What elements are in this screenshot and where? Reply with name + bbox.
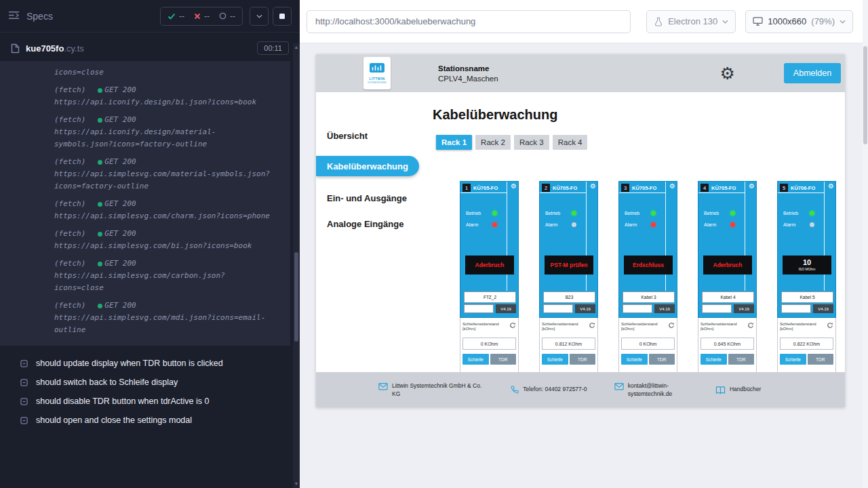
tab-rack-1[interactable]: Rack 1	[436, 135, 472, 150]
device-number-badge: 4	[701, 184, 709, 192]
reporter-scrollbar[interactable]: ▲ ▼	[293, 43, 300, 488]
network-log-entry[interactable]: (fetch)GET 200 https://api.iconify.desig…	[54, 84, 273, 108]
chevron-down-icon	[840, 20, 846, 24]
footer-company[interactable]: Littwin Systemtechnik GmbH & Co. KG	[378, 382, 484, 398]
viewport-select[interactable]: 1000x660 (79%)	[745, 10, 853, 33]
tab-rack-2[interactable]: Rack 2	[475, 135, 511, 150]
settings-gear-icon[interactable]: ⚙	[720, 65, 735, 82]
tdr-button[interactable]: TDR	[490, 354, 517, 365]
schleife-button[interactable]: Schleife	[542, 354, 568, 365]
betrieb-led	[572, 211, 576, 216]
scrollbar-thumb[interactable]	[863, 46, 867, 144]
device-model: KÜ705-FO	[473, 185, 498, 191]
status-display: Erdschluss	[624, 256, 673, 274]
stat-passed: --	[167, 12, 184, 21]
page-scrollbar[interactable]	[863, 0, 868, 488]
test-item[interactable]: should switch back to Schleife display	[0, 373, 300, 392]
schleife-button[interactable]: Schleife	[701, 354, 727, 365]
tab-rack-4[interactable]: Rack 4	[553, 135, 588, 150]
url-input[interactable]	[307, 10, 631, 33]
refresh-icon[interactable]	[827, 322, 833, 329]
network-log-entry[interactable]: (fetch)GET 200 https://api.simplesvg.com…	[54, 258, 273, 294]
littwin-logo: LITTWIN SYSTEMTECHNIK	[363, 57, 391, 89]
network-log-entry[interactable]: (fetch)GET 200 https://api.simplesvg.com…	[54, 198, 273, 222]
blank-field	[781, 304, 811, 313]
device-gear-icon[interactable]: ⚙	[669, 183, 675, 190]
alarm-label: Alarm	[466, 222, 478, 227]
device-gear-icon[interactable]: ⚙	[511, 183, 517, 190]
success-dot-icon	[98, 160, 102, 165]
refresh-icon[interactable]	[747, 322, 754, 329]
betrieb-label: Betrieb	[466, 211, 481, 216]
sidebar-item-analoge-eingaenge[interactable]: Analoge Eingänge	[316, 218, 433, 229]
tdr-button[interactable]: TDR	[808, 354, 834, 365]
device-card: 4 KÜ705-FO ⚙ Betrieb Alarm Aderbruch	[698, 181, 757, 372]
test-item[interactable]: should update display when TDR button is…	[0, 354, 300, 373]
app-header: LITTWIN SYSTEMTECHNIK Stationsname CPLV4…	[316, 54, 845, 92]
log-url: https://api.iconify.design/bi.json?icons…	[54, 96, 273, 108]
device-gear-icon[interactable]: ⚙	[590, 183, 596, 190]
resistance-value: 0.645 KOhm	[701, 338, 754, 350]
network-log-entry[interactable]: (fetch)GET 200 https://api.simplesvg.com…	[54, 300, 273, 336]
refresh-icon[interactable]	[509, 322, 516, 329]
refresh-icon[interactable]	[668, 322, 675, 329]
betrieb-led	[651, 211, 656, 216]
device-card: 2 KÜ705-FO ⚙ Betrieb Alarm PST-M prüfen	[539, 181, 598, 372]
resistance-value: 0 KOhm	[462, 338, 516, 350]
sidebar-item-uebersicht[interactable]: Übersicht	[316, 130, 433, 141]
scroll-up-icon[interactable]: ▲	[293, 43, 300, 52]
kabelueberwachung-app: LITTWIN SYSTEMTECHNIK Stationsname CPLV4…	[316, 54, 845, 407]
schleife-button[interactable]: Schleife	[621, 354, 648, 365]
browser-select[interactable]: Electron 130	[646, 10, 736, 33]
log-url: https://api.simplesvg.com/carbon.json?ic…	[54, 270, 273, 294]
tdr-button[interactable]: TDR	[570, 354, 596, 365]
measurement-panel: Schleifenwiderstand [kOhm] 0.822 KOhm Sc…	[777, 318, 836, 372]
firmware-version: V4.19	[496, 304, 516, 313]
device-model: KÜ705-FO	[632, 185, 656, 191]
tdr-button[interactable]: TDR	[649, 354, 675, 365]
test-icon	[20, 379, 28, 386]
stat-failed: --	[194, 12, 210, 21]
schleife-button[interactable]: Schleife	[780, 354, 806, 365]
stop-run-button[interactable]	[273, 7, 292, 26]
test-item[interactable]: should open and close the settings modal	[0, 411, 300, 430]
test-title: should open and close the settings modal	[36, 415, 192, 425]
scrollbar-thumb[interactable]	[294, 252, 298, 341]
logout-button[interactable]: Abmelden	[784, 63, 841, 83]
network-log-entry[interactable]: (fetch)GET 200 https://api.simplesvg.com…	[54, 156, 273, 192]
blank-field	[702, 304, 732, 313]
station-name: CPLV4_Maschen	[438, 75, 498, 83]
resistance-value: 0 KOhm	[621, 338, 675, 350]
tdr-button[interactable]: TDR	[728, 354, 755, 365]
sidebar-item-kabelueberwachung[interactable]: Kabelüberwachung	[316, 156, 419, 176]
refresh-icon[interactable]	[589, 322, 595, 329]
footer-email[interactable]: kontakt@littwin-systemtechnik.de	[614, 382, 689, 398]
test-title: should disable TDR button when tdrActive…	[36, 396, 209, 406]
blank-field	[623, 304, 652, 313]
electron-flask-icon	[654, 17, 663, 26]
sidebar-item-ein-und-ausgaenge[interactable]: Ein- und Ausgänge	[316, 192, 433, 203]
network-log-entry[interactable]: (fetch)GET 200 https://api.iconify.desig…	[54, 114, 273, 150]
test-item[interactable]: should disable TDR button when tdrActive…	[0, 392, 300, 411]
success-dot-icon	[98, 202, 102, 207]
footer-phone[interactable]: Telefon: 04402 972577-0	[510, 385, 587, 394]
alarm-led	[810, 222, 814, 227]
cypress-reporter-panel: Specs -- -- -- kue705fo.cy.ts 00:11	[0, 0, 300, 488]
device-card: 5 KÜ706-FO ⚙ Betrieb Alarm 10	[777, 181, 836, 372]
device-gear-icon[interactable]: ⚙	[749, 183, 755, 190]
spec-header[interactable]: kue705fo.cy.ts 00:11	[0, 33, 300, 61]
device-gear-icon[interactable]: ⚙	[828, 183, 834, 190]
network-log-entry[interactable]: (fetch)GET 200 https://api.simplesvg.com…	[54, 228, 273, 252]
resistance-value: 0.822 KOhm	[780, 338, 833, 350]
scroll-down-icon[interactable]: ▼	[293, 480, 300, 488]
schleife-button[interactable]: Schleife	[462, 354, 489, 365]
spec-timer: 00:11	[257, 41, 289, 55]
test-title: should update display when TDR button is…	[36, 359, 223, 368]
station-label: Stationsname	[438, 64, 498, 73]
app-sidebar: Übersicht Kabelüberwachung Ein- und Ausg…	[316, 92, 433, 372]
alarm-label: Alarm	[545, 222, 557, 227]
tab-rack-3[interactable]: Rack 3	[514, 135, 549, 150]
collapse-all-button[interactable]	[250, 7, 269, 26]
specs-sidebar-toggle-icon[interactable]	[8, 10, 20, 22]
footer-manuals-link[interactable]: Handbücher	[715, 385, 777, 394]
